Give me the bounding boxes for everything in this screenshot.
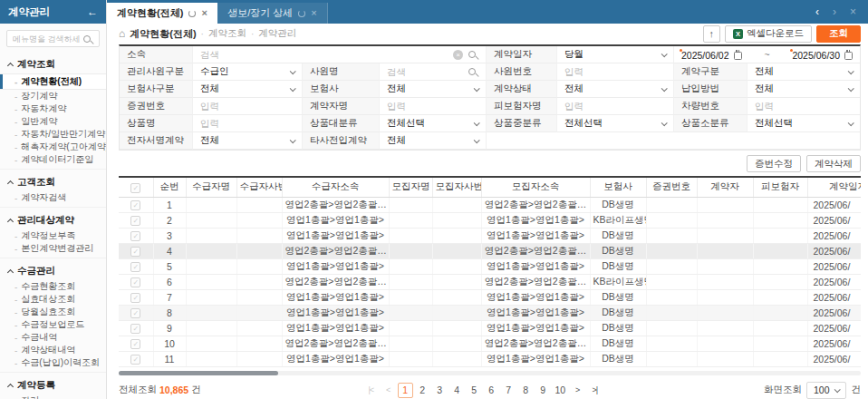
- last-page-button[interactable]: >|: [587, 383, 603, 398]
- sidebar-item-collection-upload[interactable]: 수금정보업로드: [0, 318, 106, 331]
- manager-type-select[interactable]: 수급인: [193, 63, 303, 81]
- policy-no-field[interactable]: [200, 101, 294, 112]
- first-page-button[interactable]: |<: [363, 383, 379, 398]
- sidebar-item-lapse-target[interactable]: 실효대상조회: [0, 293, 106, 306]
- table-row[interactable]: 5영업1총괄>영업1총괄>영업1총괄>영업1총괄>DB생명2025/06/: [119, 258, 861, 274]
- insured-name-field[interactable]: [564, 101, 666, 112]
- contract-date-period-select[interactable]: 당월: [557, 46, 674, 63]
- calendar-icon[interactable]: [734, 52, 742, 60]
- row-checkbox[interactable]: [130, 339, 140, 349]
- product-cat2-select[interactable]: 전체선택: [557, 115, 674, 132]
- page-button[interactable]: 6: [484, 383, 499, 398]
- contract-status-select[interactable]: 전체: [557, 81, 674, 98]
- page-button[interactable]: 8: [518, 383, 534, 398]
- page-button[interactable]: 9: [535, 383, 551, 398]
- sidebar-item-general-contract[interactable]: 일반계약: [0, 115, 106, 128]
- product-name-field[interactable]: [200, 118, 294, 129]
- affiliation-input[interactable]: [193, 46, 487, 63]
- employee-no-input[interactable]: [557, 63, 674, 81]
- sidebar-item-missing-info[interactable]: 계약정보부족: [0, 229, 106, 242]
- excel-download-button[interactable]: 엑셀다운로드: [725, 25, 812, 43]
- policy-no-input[interactable]: [193, 98, 303, 115]
- scrollbar-thumb[interactable]: [119, 371, 278, 375]
- page-button[interactable]: 2: [415, 383, 430, 398]
- sidebar-item-register-longterm[interactable]: 장기: [0, 394, 106, 399]
- sidebar-item-expiring-contract[interactable]: 자동차/일반만기계약: [0, 128, 106, 141]
- sidebar-item-contract-status-all[interactable]: 계약현황(전체): [0, 73, 106, 90]
- row-checkbox[interactable]: [130, 324, 140, 334]
- menu-search-box[interactable]: [6, 30, 100, 47]
- vehicle-no-input[interactable]: [747, 98, 860, 115]
- sidebar-item-auto-contract[interactable]: 자동차계약: [0, 102, 106, 115]
- row-checkbox[interactable]: [130, 247, 140, 257]
- table-row[interactable]: 8영업1총괄>영업1총괄>영업1총괄>영업1총괄>DB생명2025/06/: [119, 305, 861, 320]
- table-row[interactable]: 6영업2총괄>영업2총괄…영업2총괄>영업2총괄…KB라이프생명2025/06/: [119, 274, 861, 289]
- page-button-active[interactable]: 1: [398, 383, 413, 398]
- close-tab-icon[interactable]: ×: [201, 8, 207, 18]
- contractor-name-field[interactable]: [387, 101, 478, 112]
- sidebar-item-longterm-contract[interactable]: 장기계약: [0, 90, 106, 102]
- contract-delete-button[interactable]: 계약삭제: [806, 155, 861, 172]
- payment-method-select[interactable]: 전체: [747, 81, 860, 98]
- sidebar-item-contractor-search[interactable]: 계약자검색: [0, 191, 106, 204]
- sidebar-item-orphan-contract[interactable]: 해촉자계약(고아계약): [0, 141, 106, 153]
- product-cat1-select[interactable]: 전체선택: [380, 115, 487, 132]
- esign-select[interactable]: 전체: [193, 132, 303, 150]
- product-cat3-select[interactable]: 전체선택: [747, 115, 860, 132]
- affiliation-field[interactable]: [200, 49, 449, 60]
- page-button[interactable]: 4: [449, 383, 465, 398]
- horizontal-scrollbar[interactable]: [119, 371, 861, 375]
- select-all-checkbox[interactable]: [130, 183, 140, 193]
- page-button[interactable]: 5: [467, 383, 482, 398]
- search-icon[interactable]: [468, 51, 476, 58]
- table-row[interactable]: 7영업1총괄>영업1총괄>영업1총괄>영업1총괄>DB생명2025/06/: [119, 289, 861, 305]
- contractor-name-input[interactable]: [380, 98, 487, 115]
- insurer-type-select[interactable]: 전체: [193, 81, 303, 98]
- page-button[interactable]: 3: [432, 383, 448, 398]
- row-checkbox[interactable]: [130, 293, 140, 303]
- contract-type-select[interactable]: 전체: [747, 63, 860, 81]
- sidebar-section-header[interactable]: 계약등록: [0, 376, 106, 394]
- next-page-button[interactable]: >: [570, 383, 585, 398]
- table-row[interactable]: 10영업2총괄>영업2총괄…영업2총괄>영업2총괄…DB생명2025/06/: [119, 336, 861, 351]
- menu-search-input[interactable]: [13, 34, 80, 44]
- search-button[interactable]: 조회: [816, 25, 861, 43]
- table-row[interactable]: 11영업1총괄>영업1총괄>영업1총괄>영업1총괄>DB생명2025/06/: [119, 351, 861, 366]
- refresh-icon[interactable]: [298, 10, 305, 17]
- employee-name-field[interactable]: [387, 66, 465, 77]
- sidebar-item-payment-history[interactable]: 수금(납입)이력조회: [0, 356, 106, 369]
- tab-contract-status-all[interactable]: 계약현황(전체) ×: [107, 3, 217, 24]
- insured-name-input[interactable]: [557, 98, 674, 115]
- sidebar-section-header[interactable]: 계약조회: [0, 55, 106, 73]
- collapse-sidebar-icon[interactable]: ←: [87, 5, 98, 18]
- row-checkbox[interactable]: [130, 277, 140, 287]
- tab-nav-next-icon[interactable]: ›: [833, 5, 836, 18]
- calendar-icon[interactable]: [844, 52, 853, 60]
- clear-icon[interactable]: [453, 50, 463, 60]
- sidebar-item-collection-status[interactable]: 수금현황조회: [0, 280, 106, 293]
- date-from-picker[interactable]: 2025/06/02: [681, 49, 742, 61]
- page-size-select[interactable]: 100: [806, 382, 847, 399]
- table-row[interactable]: 2영업1총괄>영업1총괄>영업1총괄>영업1총괄>KB라이프생명2025/06/: [119, 212, 861, 228]
- close-tab-icon[interactable]: ×: [311, 8, 316, 18]
- upload-button[interactable]: ↑: [703, 25, 721, 43]
- table-row[interactable]: 3영업1총괄>영업1총괄>영업1총괄>영업1총괄>DB생명2025/06/: [119, 228, 861, 243]
- sidebar-section-header[interactable]: 고객조회: [0, 173, 106, 191]
- insurer-select[interactable]: 전체: [380, 81, 487, 98]
- sidebar-item-collection-detail[interactable]: 수금내역: [0, 331, 106, 344]
- sidebar-section-header[interactable]: 수금관리: [0, 262, 106, 280]
- row-checkbox[interactable]: [130, 216, 140, 226]
- home-icon[interactable]: ⌂: [119, 28, 125, 39]
- page-button[interactable]: 7: [501, 383, 516, 398]
- tab-nav-prev-icon[interactable]: ‹: [815, 5, 819, 18]
- row-checkbox[interactable]: [130, 200, 140, 210]
- row-checkbox[interactable]: [130, 308, 140, 318]
- close-icon[interactable]: ×: [850, 5, 856, 18]
- sidebar-item-contract-state-detail[interactable]: 계약상태내역: [0, 344, 106, 356]
- transfer-in-select[interactable]: 전체: [380, 132, 487, 150]
- vehicle-no-field[interactable]: [755, 101, 853, 112]
- table-row-selected[interactable]: 4영업2총괄>영업2총괄…영업2총괄>영업2총괄…DB생명2025/06/: [119, 243, 861, 258]
- employee-name-input[interactable]: [380, 63, 487, 81]
- sidebar-item-data-basedate[interactable]: 계약데이터기준일: [0, 153, 106, 166]
- page-button[interactable]: 10: [553, 383, 568, 398]
